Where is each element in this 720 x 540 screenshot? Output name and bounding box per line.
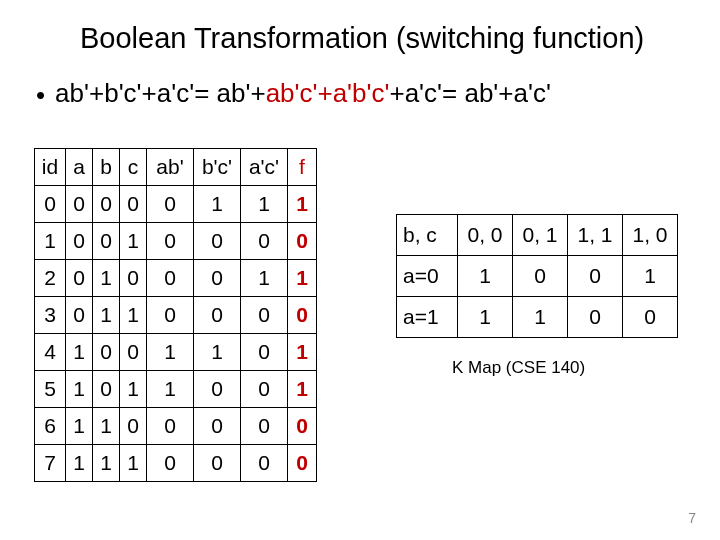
th-b: b xyxy=(93,149,120,186)
cell-f: 0 xyxy=(288,297,317,334)
cell-c: 1 xyxy=(120,297,147,334)
cell-a: 1 xyxy=(66,445,93,482)
slide: Boolean Transformation (switching functi… xyxy=(0,0,720,540)
table-row: 61100000 xyxy=(35,408,317,445)
table-row: 30110000 xyxy=(35,297,317,334)
cell-ab: 0 xyxy=(147,297,194,334)
cell-ab: 0 xyxy=(147,260,194,297)
bullet-icon: • xyxy=(36,80,45,111)
cell-a: 0 xyxy=(66,297,93,334)
cell-ac: 0 xyxy=(241,334,288,371)
cell-ac: 0 xyxy=(241,223,288,260)
kmap-header-row: b, c 0, 0 0, 1 1, 1 1, 0 xyxy=(397,215,678,256)
kmap-cell: 1 xyxy=(623,256,678,297)
table-row: 41001101 xyxy=(35,334,317,371)
cell-id: 6 xyxy=(35,408,66,445)
cell-a: 0 xyxy=(66,186,93,223)
cell-b: 0 xyxy=(93,186,120,223)
cell-ac: 0 xyxy=(241,408,288,445)
cell-c: 0 xyxy=(120,260,147,297)
formula-line: •ab'+b'c'+a'c'= ab'+ab'c'+a'b'c'+a'c'= a… xyxy=(36,78,690,111)
truth-header-row: id a b c ab' b'c' a'c' f xyxy=(35,149,317,186)
cell-bc: 0 xyxy=(194,445,241,482)
table-row: 51011001 xyxy=(35,371,317,408)
kmap-caption: K Map (CSE 140) xyxy=(452,358,585,378)
cell-bc: 0 xyxy=(194,371,241,408)
cell-f: 0 xyxy=(288,223,317,260)
cell-a: 1 xyxy=(66,371,93,408)
cell-a: 1 xyxy=(66,334,93,371)
cell-a: 0 xyxy=(66,223,93,260)
kmap-cell: 1 xyxy=(513,297,568,338)
cell-c: 0 xyxy=(120,408,147,445)
cell-id: 5 xyxy=(35,371,66,408)
cell-ac: 1 xyxy=(241,186,288,223)
cell-b: 0 xyxy=(93,371,120,408)
th-ac: a'c' xyxy=(241,149,288,186)
kmap-corner: b, c xyxy=(397,215,458,256)
slide-title: Boolean Transformation (switching functi… xyxy=(80,22,680,55)
cell-a: 1 xyxy=(66,408,93,445)
cell-b: 1 xyxy=(93,297,120,334)
cell-f: 1 xyxy=(288,371,317,408)
table-row: 00000111 xyxy=(35,186,317,223)
cell-id: 7 xyxy=(35,445,66,482)
cell-b: 1 xyxy=(93,408,120,445)
kmap-cell: 0 xyxy=(513,256,568,297)
table-row: 10010000 xyxy=(35,223,317,260)
kmap-rowlabel-a0: a=0 xyxy=(397,256,458,297)
cell-c: 1 xyxy=(120,445,147,482)
cell-bc: 0 xyxy=(194,408,241,445)
cell-f: 0 xyxy=(288,445,317,482)
kmap-cell: 0 xyxy=(623,297,678,338)
cell-b: 0 xyxy=(93,223,120,260)
cell-ac: 0 xyxy=(241,445,288,482)
kmap-col-00: 0, 0 xyxy=(458,215,513,256)
cell-f: 1 xyxy=(288,260,317,297)
kmap-cell: 0 xyxy=(568,297,623,338)
cell-bc: 0 xyxy=(194,260,241,297)
cell-a: 0 xyxy=(66,260,93,297)
cell-bc: 1 xyxy=(194,186,241,223)
cell-ab: 1 xyxy=(147,371,194,408)
table-row: 20100011 xyxy=(35,260,317,297)
th-a: a xyxy=(66,149,93,186)
th-bc: b'c' xyxy=(194,149,241,186)
kmap-col-10: 1, 0 xyxy=(623,215,678,256)
kmap-cell: 1 xyxy=(458,256,513,297)
cell-f: 1 xyxy=(288,186,317,223)
page-number: 7 xyxy=(688,510,696,526)
truth-body: 0000011110010000201000113011000041001101… xyxy=(35,186,317,482)
cell-id: 0 xyxy=(35,186,66,223)
cell-f: 0 xyxy=(288,408,317,445)
cell-c: 1 xyxy=(120,223,147,260)
cell-ab: 0 xyxy=(147,186,194,223)
cell-id: 4 xyxy=(35,334,66,371)
kmap-row-a0: a=0 1 0 0 1 xyxy=(397,256,678,297)
cell-id: 2 xyxy=(35,260,66,297)
th-f: f xyxy=(288,149,317,186)
cell-ab: 0 xyxy=(147,223,194,260)
cell-ac: 0 xyxy=(241,371,288,408)
formula-text: ab'+b'c'+a'c'= ab'+ab'c'+a'b'c'+a'c'= ab… xyxy=(55,78,551,108)
cell-f: 1 xyxy=(288,334,317,371)
table-row: 71110000 xyxy=(35,445,317,482)
kmap-cell: 0 xyxy=(568,256,623,297)
cell-ac: 0 xyxy=(241,297,288,334)
th-id: id xyxy=(35,149,66,186)
cell-b: 0 xyxy=(93,334,120,371)
kmap-cell: 1 xyxy=(458,297,513,338)
cell-ab: 1 xyxy=(147,334,194,371)
cell-id: 1 xyxy=(35,223,66,260)
kmap-row-a1: a=1 1 1 0 0 xyxy=(397,297,678,338)
cell-id: 3 xyxy=(35,297,66,334)
truth-table: id a b c ab' b'c' a'c' f 000001111001000… xyxy=(34,148,317,482)
kmap-col-11: 1, 1 xyxy=(568,215,623,256)
th-c: c xyxy=(120,149,147,186)
th-ab: ab' xyxy=(147,149,194,186)
kmap-col-01: 0, 1 xyxy=(513,215,568,256)
cell-bc: 1 xyxy=(194,334,241,371)
cell-bc: 0 xyxy=(194,297,241,334)
cell-c: 1 xyxy=(120,371,147,408)
kmap-table: b, c 0, 0 0, 1 1, 1 1, 0 a=0 1 0 0 1 a=1… xyxy=(396,214,678,338)
